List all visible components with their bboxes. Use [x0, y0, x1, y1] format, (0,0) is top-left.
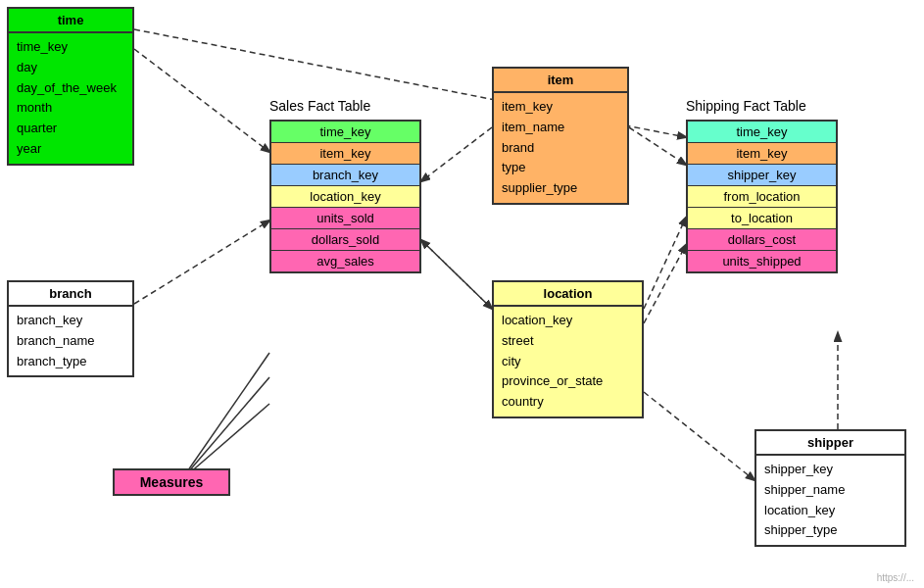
- svg-line-1: [134, 220, 269, 304]
- shipper-field-2: shipper_name: [764, 480, 897, 501]
- shipper-table: shipper shipper_key shipper_name locatio…: [754, 429, 906, 547]
- location-fields: location_key street city province_or_sta…: [494, 307, 642, 416]
- item-table: item item_key item_name brand type suppl…: [492, 67, 629, 205]
- watermark: https://...: [877, 572, 914, 583]
- shipper-header: shipper: [756, 431, 904, 456]
- shipper-fields: shipper_key shipper_name location_key sh…: [756, 456, 904, 545]
- svg-line-2: [421, 127, 492, 181]
- shipping-fact-table: time_key item_key shipper_key from_locat…: [686, 120, 838, 273]
- sales-row-branch-key: branch_key: [271, 165, 419, 186]
- time-field-6: year: [17, 139, 124, 160]
- shipping-row-item-key: item_key: [688, 143, 836, 165]
- svg-line-13: [644, 392, 754, 480]
- location-field-3: city: [502, 352, 634, 372]
- item-field-3: brand: [502, 138, 619, 159]
- sales-fact-table: time_key item_key branch_key location_ke…: [269, 120, 421, 273]
- branch-header: branch: [9, 282, 132, 307]
- shipper-field-3: location_key: [764, 501, 897, 521]
- branch-field-3: branch_type: [17, 352, 124, 372]
- location-table: location location_key street city provin…: [492, 280, 644, 418]
- shipper-field-1: shipper_key: [764, 460, 897, 480]
- shipping-row-shipper-key: shipper_key: [688, 165, 836, 186]
- item-fields: item_key item_name brand type supplier_t…: [494, 93, 627, 203]
- time-table: time time_key day day_of_the_week month …: [7, 7, 134, 166]
- sales-row-location-key: location_key: [271, 186, 419, 208]
- shipping-row-from-location: from_location: [688, 186, 836, 208]
- time-fields: time_key day day_of_the_week month quart…: [9, 33, 132, 164]
- location-field-4: province_or_state: [502, 371, 634, 392]
- measures-box: Measures: [113, 468, 230, 496]
- item-field-5: supplier_type: [502, 178, 619, 199]
- item-field-4: type: [502, 158, 619, 178]
- measures-label: Measures: [115, 470, 228, 494]
- location-header: location: [494, 282, 642, 307]
- svg-line-0: [134, 49, 269, 152]
- sales-row-time-key: time_key: [271, 122, 419, 143]
- item-field-1: item_key: [502, 97, 619, 118]
- time-field-4: month: [17, 98, 124, 119]
- location-field-2: street: [502, 331, 634, 352]
- branch-field-1: branch_key: [17, 311, 124, 331]
- svg-line-10: [644, 218, 686, 309]
- shipping-fact-label: Shipping Fact Table: [686, 98, 806, 114]
- shipping-row-units-shipped: units_shipped: [688, 251, 836, 271]
- shipper-field-4: shipper_type: [764, 520, 897, 541]
- branch-fields: branch_key branch_name branch_type: [9, 307, 132, 375]
- sales-row-item-key: item_key: [271, 143, 419, 165]
- location-field-1: location_key: [502, 311, 634, 331]
- shipping-row-time-key: time_key: [688, 122, 836, 143]
- time-header: time: [9, 9, 132, 33]
- branch-table: branch branch_key branch_name branch_typ…: [7, 280, 134, 377]
- sales-fact-label: Sales Fact Table: [269, 98, 370, 114]
- time-field-2: day: [17, 58, 124, 78]
- shipping-row-dollars-cost: dollars_cost: [688, 229, 836, 251]
- svg-line-11: [644, 245, 686, 323]
- sales-row-units-sold: units_sold: [271, 208, 419, 229]
- sales-row-dollars-sold: dollars_sold: [271, 229, 419, 251]
- sales-row-avg-sales: avg_sales: [271, 251, 419, 271]
- item-field-2: item_name: [502, 118, 619, 138]
- shipping-row-to-location: to_location: [688, 208, 836, 229]
- svg-line-6: [181, 377, 269, 480]
- time-field-1: time_key: [17, 37, 124, 58]
- svg-line-5: [181, 353, 269, 480]
- time-field-3: day_of_the_week: [17, 78, 124, 99]
- svg-line-3: [421, 240, 492, 309]
- svg-line-9: [629, 127, 686, 165]
- location-field-5: country: [502, 392, 634, 413]
- svg-line-4: [421, 240, 492, 309]
- item-header: item: [494, 69, 627, 93]
- time-field-5: quarter: [17, 119, 124, 139]
- diagram: time time_key day day_of_the_week month …: [0, 0, 924, 588]
- branch-field-2: branch_name: [17, 331, 124, 352]
